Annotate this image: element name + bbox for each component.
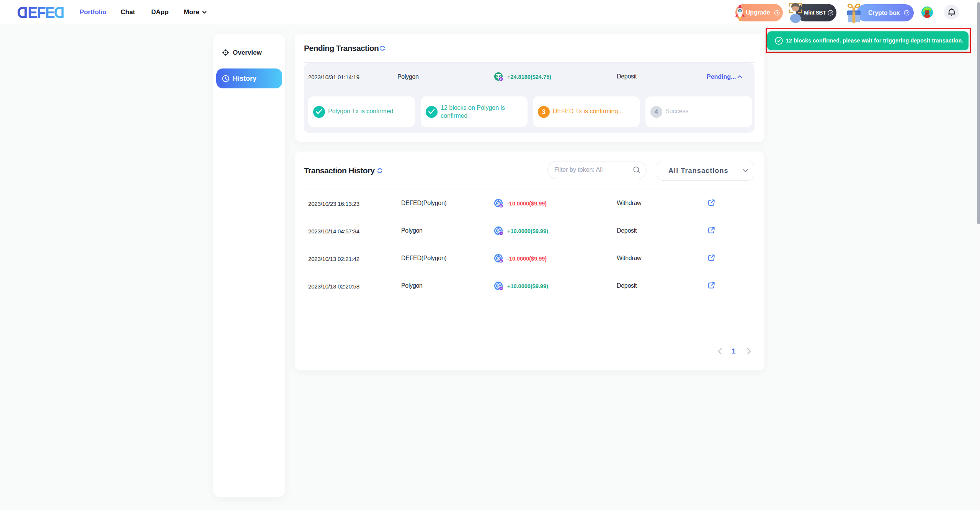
svg-text:P: P — [500, 78, 501, 80]
